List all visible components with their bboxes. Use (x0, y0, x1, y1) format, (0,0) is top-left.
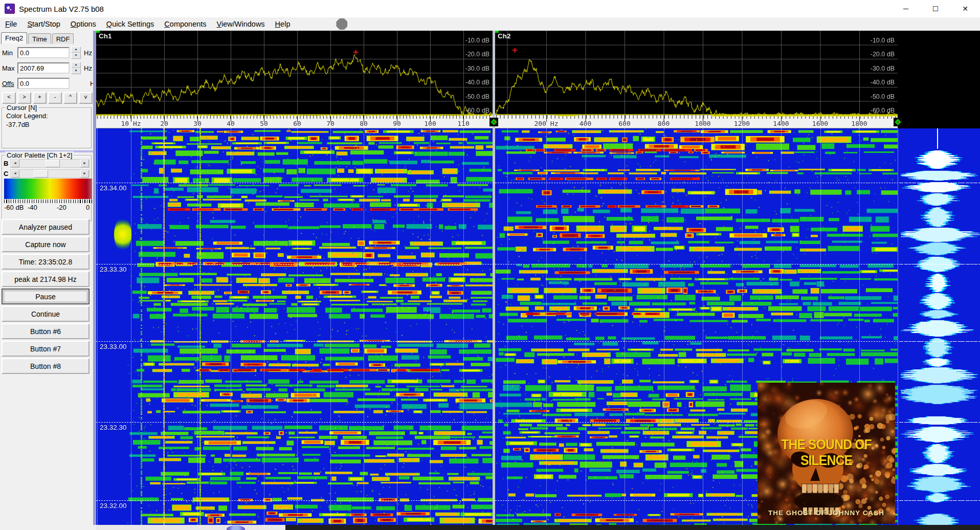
waterfall-gridline (264, 128, 264, 525)
tab-freq2[interactable]: Freq2 (1, 32, 27, 44)
slider-track[interactable]: ◂▸ (10, 169, 90, 178)
ch2-label: Ch2 (498, 32, 511, 40)
color-legend-value: -37.7dB (6, 121, 91, 128)
freq-tick-label: 600 (618, 120, 630, 127)
ch2-peak-marker-icon: + (512, 47, 518, 54)
app-icon (5, 4, 15, 14)
freq-tick-label: 1200 (734, 120, 750, 127)
nav-button-%3E[interactable]: > (17, 92, 31, 104)
nav-button-v[interactable]: v (79, 92, 93, 104)
background-window-strip (96, 525, 285, 530)
max-input[interactable] (17, 62, 70, 74)
nav-button-%2B[interactable]: + (33, 92, 47, 104)
right-diamond-marker[interactable] (894, 118, 902, 126)
strip-edge-scale (898, 128, 901, 525)
time-label: 23.33.00 (100, 343, 127, 350)
waterfall-gridline (164, 128, 165, 525)
field-row-max: Max▲▼Hz (2, 62, 92, 74)
freq-tick-label: 1600 (812, 120, 828, 127)
min-input[interactable] (17, 47, 70, 58)
ch1-peak-marker-icon: + (353, 49, 359, 56)
max-label: Max (2, 64, 17, 72)
db-label: -30.0 dB (859, 65, 895, 72)
waterfall-gridline (231, 128, 231, 525)
freq-tick-label: 50 (260, 120, 268, 127)
waterfall-gridline (586, 128, 586, 525)
action-button-peak-at-2174-98-hz[interactable]: peak at 2174.98 Hz (2, 271, 90, 287)
spinner-down-icon[interactable]: ▼ (71, 53, 81, 59)
db-label: -20.0 dB (859, 51, 895, 58)
min-label: Min (2, 49, 17, 57)
color-legend-label: Color Legend: (6, 112, 91, 120)
amplitude-strip-display[interactable] (901, 128, 980, 525)
spinner-down-icon[interactable]: ▼ (71, 68, 81, 74)
slider-track[interactable]: ◂▸ (10, 159, 90, 168)
slider-right-arrow-icon[interactable]: ▸ (80, 170, 89, 178)
slider-right-arrow-icon[interactable]: ▸ (80, 160, 89, 167)
waterfall-gridline (742, 128, 743, 525)
offs-input[interactable] (17, 78, 70, 89)
ch1-spectrum-display[interactable] (96, 31, 493, 115)
boundary-diamond-marker[interactable] (489, 118, 498, 126)
freq-tick-label: 90 (393, 120, 401, 127)
close-button[interactable]: ✕ (950, 0, 980, 17)
waterfall-gridline (330, 128, 331, 525)
slider-left-arrow-icon[interactable]: ◂ (11, 160, 19, 167)
minimize-button[interactable]: ─ (891, 0, 921, 17)
unit-label: Hz (84, 64, 92, 72)
action-button-button-8[interactable]: Button #8 (2, 358, 90, 374)
action-button-continue[interactable]: Continue (2, 306, 90, 322)
spinner-up-icon[interactable]: ▲ (71, 47, 81, 53)
palette-group-title: Color Palette [Ch 1+2] (5, 151, 74, 159)
waterfall-gridline (664, 128, 664, 525)
action-button-button-7[interactable]: Button #7 (2, 341, 90, 357)
menu-item-quick-settings[interactable]: Quick Settings (101, 18, 160, 30)
action-button-analyzer-paused[interactable]: Analyzer paused (2, 219, 90, 235)
action-button-time-23-35-02-8[interactable]: Time: 23:35:02.8 (2, 254, 90, 270)
db-label: -20.0 dB (454, 51, 489, 58)
slider-thumb[interactable] (46, 160, 60, 167)
freq-tick-label: 40 (227, 120, 235, 127)
album-title: THE SOUND OF SILENCE (763, 437, 889, 469)
waterfall-gridline (197, 128, 198, 525)
gradient-scale-label: 0 (86, 204, 90, 211)
waterfall-gridline (430, 128, 431, 525)
action-button-pause[interactable]: Pause (2, 289, 90, 304)
waterfall-gridline (364, 128, 364, 525)
time-gridline (96, 264, 980, 264)
maximize-button[interactable]: ☐ (921, 0, 950, 17)
spinner-up-icon[interactable]: ▲ (71, 62, 81, 68)
menu-item-options[interactable]: Options (65, 18, 101, 30)
menu-item-components[interactable]: Components (159, 18, 211, 30)
menu-item-view-windows[interactable]: View/Windows (212, 18, 270, 30)
nav-button--[interactable]: - (48, 92, 62, 104)
action-button-capture-now[interactable]: Capture now (2, 236, 90, 252)
gradient-ticks (4, 200, 92, 203)
ch2-spectrum-display[interactable] (495, 31, 898, 115)
tab-time[interactable]: Time (28, 33, 51, 44)
menu-item-file[interactable]: File (0, 18, 22, 30)
time-gridline (96, 183, 980, 183)
ch1-waterfall-display[interactable] (96, 128, 493, 525)
gradient-scale-label: -20 (57, 204, 66, 211)
window-controls: ─ ☐ ✕ (891, 0, 980, 17)
slider-thumb[interactable] (34, 170, 48, 178)
ch1-corner-tick (96, 31, 100, 33)
menu-item-start-stop[interactable]: Start/Stop (22, 18, 65, 30)
ch2-corner-tick (495, 31, 499, 33)
max-spinner[interactable]: ▲▼ (71, 62, 81, 74)
tab-rdf[interactable]: RDF (52, 33, 74, 44)
action-button-button-6[interactable]: Button #6 (2, 323, 90, 339)
db-label: -50.0 dB (454, 93, 489, 100)
slider-left-arrow-icon[interactable]: ◂ (11, 170, 19, 178)
min-spinner[interactable]: ▲▼ (71, 47, 81, 59)
nav-button-%5E[interactable]: ^ (63, 92, 77, 104)
ch1-label: Ch1 (99, 32, 112, 40)
time-label: 23.33.30 (100, 266, 127, 273)
nav-button-%3C[interactable]: < (2, 92, 16, 104)
db-label: -10.0 dB (454, 37, 489, 44)
freq-tick-label: 80 (360, 120, 368, 127)
palette-slider-b: B◂▸ (4, 159, 90, 168)
menu-item-help[interactable]: Help (270, 18, 296, 30)
db-label: -60.0 dB (454, 107, 489, 114)
